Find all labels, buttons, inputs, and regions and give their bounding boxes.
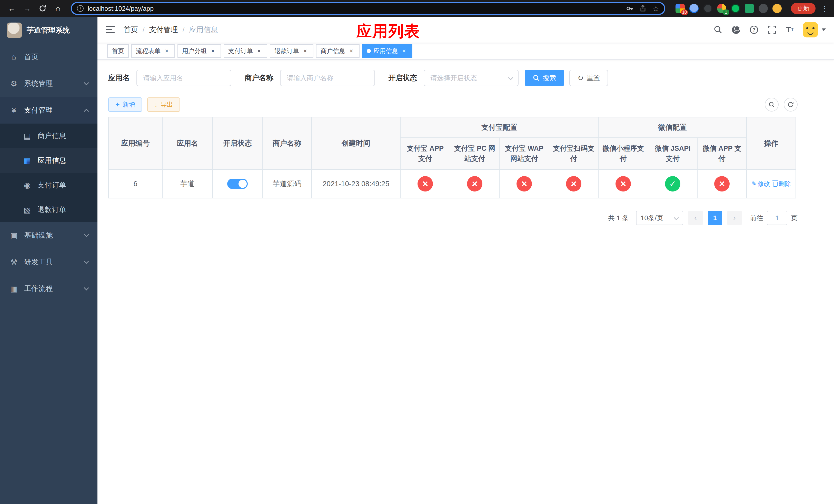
browser-update-button[interactable]: 更新 <box>791 3 815 14</box>
chevron-down-icon <box>84 80 89 85</box>
tag-label: 首页 <box>112 47 124 55</box>
font-size-icon[interactable]: TT <box>785 25 795 35</box>
edit-link[interactable]: 修改 <box>751 180 770 188</box>
extension-badge: 10 <box>681 9 688 15</box>
sidebar-item-label: 研发工具 <box>24 257 53 267</box>
browser-refresh-icon[interactable] <box>36 2 49 15</box>
export-button[interactable]: 导出 <box>147 97 180 112</box>
breadcrumb-current: 应用信息 <box>178 25 218 35</box>
site-info-icon[interactable]: i <box>77 5 84 12</box>
browser-menu-icon[interactable] <box>821 4 829 13</box>
chevron-down-icon <box>84 285 89 291</box>
github-icon[interactable] <box>731 25 741 35</box>
browser-home-icon[interactable] <box>51 2 65 15</box>
tag-user-group[interactable]: 用户分组 <box>177 44 221 58</box>
app-logo[interactable]: 芋道管理系统 <box>0 17 97 44</box>
reset-button-label: 重置 <box>587 74 600 83</box>
monitor-icon: ▣ <box>9 231 19 240</box>
sidebar-item-refund-orders[interactable]: ▧ 退款订单 <box>0 198 97 222</box>
sidebar-item-label: 支付订单 <box>38 180 66 190</box>
briefcase-icon: ▥ <box>9 284 19 293</box>
export-button-label: 导出 <box>160 100 173 109</box>
tag-merchant-info[interactable]: 商户信息 <box>316 44 359 58</box>
goto-page-input[interactable] <box>767 211 787 225</box>
close-icon[interactable] <box>163 47 170 54</box>
tag-label: 支付订单 <box>228 47 253 55</box>
extension-icon[interactable]: 10 <box>676 4 685 13</box>
gear-icon: ⚙ <box>9 79 19 88</box>
page-size-select[interactable]: 10条/页 <box>636 211 683 225</box>
share-icon[interactable] <box>639 5 646 12</box>
tag-process-form[interactable]: 流程表单 <box>131 44 175 58</box>
refresh-table-button[interactable] <box>784 98 797 112</box>
app-title: 芋道管理系统 <box>27 25 70 35</box>
chevron-down-icon <box>508 75 513 80</box>
bookmark-star-icon[interactable] <box>653 4 659 13</box>
sidebar-item-payment[interactable]: ¥ 支付管理 <box>0 97 97 123</box>
status-label: 开启状态 <box>388 73 417 83</box>
apps-table: 应用编号 应用名 开启状态 商户名称 创建时间 支付宝配置 微信配置 操作 支付… <box>108 117 796 199</box>
close-icon[interactable] <box>302 47 309 54</box>
tag-home[interactable]: 首页 <box>107 44 129 58</box>
app-name-input[interactable] <box>136 70 231 86</box>
reset-button[interactable]: 重置 <box>569 70 608 86</box>
breadcrumb-payment[interactable]: 支付管理 <box>138 25 178 35</box>
status-toggle[interactable] <box>227 179 248 189</box>
extension-icon[interactable] <box>689 4 699 13</box>
col-actions: 操作 <box>747 117 796 169</box>
chevron-down-icon <box>84 259 89 264</box>
sidebar-item-workflow[interactable]: ▥ 工作流程 <box>0 275 97 302</box>
sidebar-item-merchant-info[interactable]: ▤ 商户信息 <box>0 123 97 148</box>
profile-avatar-icon[interactable] <box>772 4 782 13</box>
sidebar-item-label: 工作流程 <box>24 284 53 294</box>
page-number-1[interactable]: 1 <box>708 211 722 225</box>
close-icon[interactable] <box>209 47 216 54</box>
user-menu[interactable] <box>803 22 826 38</box>
browser-toolbar: i localhost:1024/pay/app 10 1 更新 <box>0 0 834 17</box>
extension-icon[interactable] <box>731 4 740 13</box>
browser-back-icon[interactable] <box>5 2 19 15</box>
merchant-name-input[interactable] <box>280 70 375 86</box>
sidebar-collapse-icon[interactable] <box>106 26 115 33</box>
add-button-label: 新增 <box>123 100 135 109</box>
sidebar-item-infrastructure[interactable]: ▣ 基础设施 <box>0 222 97 249</box>
extension-badge: 1 <box>723 9 729 15</box>
extensions-puzzle-icon[interactable] <box>759 4 768 13</box>
extension-icon[interactable] <box>703 4 712 13</box>
close-icon[interactable] <box>256 47 263 54</box>
breadcrumb-home[interactable]: 首页 <box>124 25 138 35</box>
sidebar-item-home[interactable]: ⌂ 首页 <box>0 44 97 70</box>
active-dot <box>367 49 371 53</box>
extension-icon[interactable]: 1 <box>717 4 726 13</box>
prev-page-button[interactable] <box>688 211 703 225</box>
page-size-value: 10条/页 <box>641 213 663 223</box>
tag-pay-orders[interactable]: 支付订单 <box>224 44 267 58</box>
close-icon[interactable] <box>348 47 355 54</box>
browser-forward-icon[interactable] <box>21 2 34 15</box>
search-button[interactable]: 搜索 <box>525 70 564 86</box>
refund-doc-icon: ▧ <box>23 205 32 214</box>
password-key-icon[interactable] <box>626 5 633 12</box>
toggle-search-button[interactable] <box>765 98 778 112</box>
search-icon[interactable] <box>713 25 723 35</box>
fullscreen-icon[interactable] <box>767 25 777 35</box>
tag-label: 流程表单 <box>136 47 160 55</box>
add-button[interactable]: 新增 <box>108 97 142 112</box>
sidebar: 芋道管理系统 ⌂ 首页 ⚙ 系统管理 ¥ 支付管理 ▤ 商户信息 <box>0 17 97 504</box>
extension-icon[interactable] <box>745 4 754 13</box>
address-bar[interactable]: i localhost:1024/pay/app <box>71 2 665 15</box>
next-page-button[interactable] <box>727 211 742 225</box>
tag-refund-orders[interactable]: 退款订单 <box>270 44 313 58</box>
sidebar-item-app-info[interactable]: ▦ 应用信息 <box>0 148 97 173</box>
sidebar-item-system[interactable]: ⚙ 系统管理 <box>0 70 97 97</box>
trash-icon <box>773 182 777 187</box>
sidebar-item-dev-tools[interactable]: ⚒ 研发工具 <box>0 249 97 275</box>
col-wechat-jsapi: 微信 JSAPI 支付 <box>648 138 697 169</box>
delete-link[interactable]: 删除 <box>773 180 791 188</box>
close-icon[interactable] <box>401 47 408 54</box>
status-select[interactable]: 请选择开启状态 <box>424 70 519 86</box>
help-icon[interactable]: ? <box>749 25 759 35</box>
sidebar-item-pay-orders[interactable]: ◉ 支付订单 <box>0 173 97 198</box>
tag-app-info[interactable]: 应用信息 <box>362 44 412 58</box>
refresh-icon <box>577 74 584 82</box>
